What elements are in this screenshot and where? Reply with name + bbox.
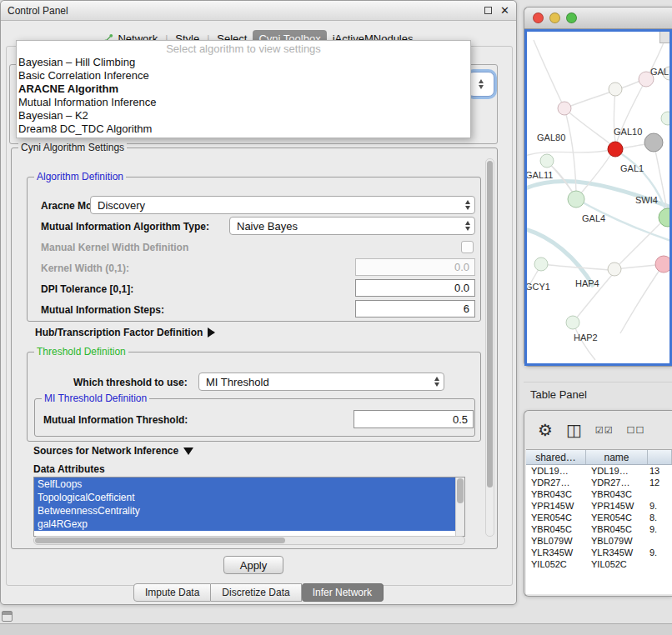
column-header[interactable]: shared… — [526, 450, 586, 464]
tab-impute-data[interactable]: Impute Data — [133, 583, 211, 602]
columns-icon[interactable]: ◫ — [566, 422, 582, 438]
which-threshold-select[interactable]: MI Threshold — [198, 372, 444, 391]
table-cell — [648, 535, 672, 547]
algorithm-option[interactable]: Bayesian – Hill Climbing — [17, 56, 470, 69]
algorithm-popup-list: Bayesian – Hill ClimbingBasic Correlatio… — [17, 56, 470, 136]
column-header[interactable]: name — [586, 450, 648, 464]
attribute-item[interactable]: TopologicalCoefficient — [34, 491, 455, 504]
algorithm-option[interactable]: ARACNE Algorithm — [17, 82, 470, 96]
mi-type-select[interactable]: Naive Bayes — [229, 217, 475, 235]
graph-node-label: GAL10 — [614, 127, 642, 137]
table-cell: YBR043C — [586, 488, 648, 500]
table-row[interactable]: YIL052CYIL052C — [526, 558, 672, 570]
data-attributes-list[interactable]: SelfLoopsTopologicalCoefficientBetweenne… — [33, 477, 465, 537]
table-row[interactable]: YPR145WYPR145W9. — [526, 500, 672, 512]
attribute-item[interactable]: BetweennessCentrality — [34, 504, 455, 518]
scrollbar-thumb[interactable] — [487, 161, 493, 488]
mi-steps-field[interactable]: 6 — [355, 300, 475, 318]
algorithm-definition-group: Algorithm Definition Aracne Mode: Discov… — [27, 177, 481, 322]
algorithm-option[interactable]: Bayesian – K2 — [17, 109, 470, 122]
stepper-arrows-icon — [465, 200, 470, 210]
graph-node[interactable] — [566, 316, 579, 329]
scrollbar-thumb[interactable] — [457, 478, 464, 503]
sources-section-toggle[interactable]: Sources for Network Inference — [33, 445, 193, 457]
mi-threshold-label: Mutual Information Threshold: — [43, 414, 188, 426]
aracne-mode-select[interactable]: Discovery — [90, 196, 475, 214]
graph-node-label: HAP2 — [574, 332, 598, 342]
mi-threshold-group: MI Threshold Definition Mutual Informati… — [34, 398, 475, 437]
column-header[interactable] — [648, 450, 672, 464]
table-cell: YER054C — [586, 512, 648, 523]
table-cell: 12 — [648, 477, 672, 488]
mi-threshold-legend: MI Threshold Definition — [42, 392, 149, 404]
table-cell: YBL079W — [526, 535, 586, 547]
algorithm-option[interactable]: Mutual Information Inference — [17, 96, 470, 109]
network-window-titlebar[interactable] — [524, 8, 672, 29]
gear-icon[interactable]: ⚙ — [538, 422, 553, 438]
close-icon[interactable]: ✕ — [500, 5, 509, 16]
manual-kernel-checkbox[interactable] — [461, 241, 474, 253]
manual-kernel-label: Manual Kernel Width Definition — [41, 242, 188, 253]
table-row[interactable]: YDR27…YDR27…12 — [526, 477, 672, 488]
graph-node[interactable] — [661, 112, 669, 125]
table-row[interactable]: YER054CYER054C8. — [526, 512, 672, 523]
table-row[interactable]: YBR045CYBR045C9. — [526, 523, 672, 535]
cyni-algorithm-settings-group: Cyni Algorithm Settings Algorithm Defini… — [11, 148, 498, 549]
scrollbar-thumb[interactable] — [35, 538, 285, 543]
kernel-width-field[interactable]: 0.0 — [355, 258, 475, 276]
tab-discretize-data[interactable]: Discretize Data — [211, 583, 301, 602]
minimized-panel-icon[interactable] — [2, 611, 13, 622]
list-scrollbar[interactable] — [455, 478, 464, 536]
float-window-icon[interactable] — [484, 7, 492, 14]
graph-node[interactable] — [558, 102, 571, 115]
graph-node[interactable] — [608, 142, 623, 157]
algorithm-option[interactable]: Dream8 DC_TDC Algorithm — [17, 122, 470, 136]
table-row[interactable]: YBR043CYBR043C — [526, 488, 672, 500]
graph-node[interactable] — [540, 154, 554, 168]
mi-threshold-field[interactable]: 0.5 — [354, 410, 474, 428]
close-traffic-light[interactable] — [533, 12, 544, 23]
threshold-legend: Threshold Definition — [34, 346, 128, 358]
dpi-tolerance-field[interactable]: 0.0 — [355, 279, 475, 297]
minimize-traffic-light[interactable] — [549, 12, 560, 23]
hub-section-toggle[interactable]: Hub/Transcription Factor Definition — [35, 327, 215, 338]
table-row[interactable]: YLR345WYLR345W9. — [526, 547, 672, 558]
tab-infer-network[interactable]: Infer Network — [302, 583, 384, 602]
graph-node-label: GAL — [650, 67, 669, 77]
graph-node[interactable] — [568, 191, 584, 208]
table-cell: YPR145W — [526, 500, 586, 512]
table-cell: YLR345W — [526, 547, 586, 558]
network-canvas[interactable]: GALGAL80GAL10GAL11GAL1SWI4GAL4GCY1HAP4HA… — [524, 29, 672, 366]
algorithm-option[interactable]: Basic Correlation Inference — [17, 69, 470, 82]
control-panel-window: Control Panel ✕ Network Style Select Cyn… — [0, 0, 517, 605]
settings-legend: Cyni Algorithm Settings — [18, 142, 127, 153]
combo-value: Naive Bayes — [237, 220, 298, 232]
algorithm-dropdown-popup: Select algorithm to view settings Bayesi… — [16, 40, 471, 138]
attribute-item[interactable]: SelfLoops — [34, 478, 455, 491]
window-title: Control Panel — [8, 5, 68, 17]
tab-label: Impute Data — [145, 587, 199, 598]
zoom-traffic-light[interactable] — [566, 12, 577, 23]
mi-type-label: Mutual Information Algorithm Type: — [41, 221, 209, 232]
deselect-all-icon[interactable]: ☐☐ — [627, 426, 645, 435]
select-all-icon[interactable]: ☑☑ — [595, 426, 614, 435]
stepper-arrows-icon — [479, 79, 484, 89]
algorithm-combo-stepper[interactable] — [468, 72, 494, 97]
graph-node[interactable] — [609, 82, 622, 96]
graph-node[interactable] — [644, 133, 663, 152]
table-toolbar: ⚙ ◫ ☑☑ ☐☐ — [524, 411, 672, 449]
list-hscrollbar[interactable] — [33, 536, 465, 545]
settings-scrollbar[interactable] — [485, 158, 494, 537]
graph-node[interactable] — [534, 258, 548, 271]
table-cell: YDR27… — [586, 477, 648, 488]
graph-node[interactable] — [655, 256, 669, 272]
collapsed-arrow-icon — [208, 328, 215, 338]
graph-node[interactable] — [608, 262, 621, 276]
attribute-item[interactable]: gal4RGexp — [34, 518, 455, 531]
graph-node-label: GCY1 — [527, 282, 550, 292]
table-row[interactable]: YDL19…YDL19…13 — [526, 465, 672, 477]
table-cell: 9. — [648, 547, 672, 558]
control-panel-titlebar[interactable]: Control Panel ✕ — [1, 1, 516, 21]
table-row[interactable]: YBL079WYBL079W — [526, 535, 672, 547]
apply-button[interactable]: Apply — [223, 556, 283, 574]
